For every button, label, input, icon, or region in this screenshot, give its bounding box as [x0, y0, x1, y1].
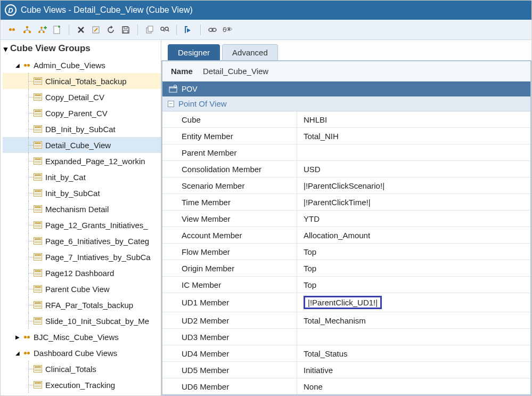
property-row[interactable]: UD1 Member|!ParentClick_UD1!|: [162, 293, 530, 312]
svg-point-3: [40, 27, 43, 29]
cube-view-icon: [34, 221, 42, 229]
property-value[interactable]: Top: [297, 244, 530, 260]
toolbar-btn-close[interactable]: [75, 23, 87, 36]
property-row[interactable]: UD6 MemberNone: [162, 378, 530, 395]
toolbar-btn-edit[interactable]: [89, 23, 102, 36]
tree-item[interactable]: Copy_Parent_CV: [3, 105, 161, 121]
toolbar-btn-hierarchy[interactable]: [21, 23, 34, 36]
cube-view-icon: [34, 141, 42, 149]
tree-item[interactable]: Copy_Detail_CV: [3, 89, 161, 105]
property-row[interactable]: Scenario Member|!ParentClickScenario!|: [162, 177, 530, 194]
property-value[interactable]: Total_Mechanism: [297, 312, 530, 328]
tree-item[interactable]: Page_12_Grants_Initiatives_: [3, 217, 161, 233]
property-label: UD4 Member: [162, 345, 297, 361]
right-panel: Designer Advanced Name Detail_Cube_View …: [161, 40, 531, 395]
tree-item[interactable]: Page_6_Initiatives_by_Categ: [3, 233, 161, 249]
toolbar-btn-new-doc[interactable]: [51, 23, 63, 36]
tab-advanced[interactable]: Advanced: [222, 44, 278, 60]
tree-item[interactable]: Init_by_SubCat: [3, 185, 161, 201]
pov-section-header[interactable]: − Point Of View: [162, 96, 530, 111]
tree-item[interactable]: Detail_Cube_View: [3, 137, 161, 153]
toolbar-btn-run[interactable]: [182, 23, 195, 36]
toolbar-btn-save[interactable]: [119, 23, 132, 36]
property-row[interactable]: Consolidation MemberUSD: [162, 161, 530, 177]
property-row[interactable]: Account MemberAllocation_Amount: [162, 227, 530, 244]
tree-item[interactable]: Clinical_Totals: [3, 361, 161, 377]
tab-designer[interactable]: Designer: [168, 44, 220, 60]
toolbar-btn-link[interactable]: [206, 23, 219, 36]
toolbar-btn-refresh[interactable]: [104, 23, 117, 36]
property-row[interactable]: UD2 MemberTotal_Mechanism: [162, 312, 530, 329]
svg-point-2: [29, 30, 31, 33]
tree-group[interactable]: ◢Dashboard Cube Views: [3, 345, 161, 361]
collapse-icon[interactable]: ◢: [14, 350, 21, 356]
property-label: Time Member: [162, 194, 297, 210]
toolbar-btn-add-hierarchy[interactable]: [36, 23, 48, 36]
property-row[interactable]: UD5 MemberInitiative: [162, 362, 530, 378]
tree-item[interactable]: Page12 Dashboard: [3, 265, 161, 281]
collapse-icon[interactable]: −: [168, 101, 174, 107]
pov-section-label: Point Of View: [178, 99, 227, 108]
property-label: Scenario Member: [162, 177, 297, 193]
svg-point-4: [38, 31, 40, 33]
property-row[interactable]: Entity MemberTotal_NIH: [162, 128, 530, 144]
property-row[interactable]: UD3 Member: [162, 329, 530, 345]
property-value[interactable]: None: [297, 378, 530, 394]
property-value[interactable]: [297, 144, 530, 160]
tree-item[interactable]: Init_by_Cat: [3, 169, 161, 185]
tree-item-label: Mechanism Detail: [45, 205, 109, 214]
property-value[interactable]: |!ParentClickTime!|: [297, 194, 530, 210]
svg-rect-11: [148, 26, 153, 31]
toolbar-btn-preview[interactable]: 6👁: [221, 23, 234, 36]
tree-item[interactable]: Slide_10_Init_Subcat_by_Me: [3, 313, 161, 329]
tree-item[interactable]: DB_Init_by_SubCat: [3, 121, 161, 137]
tree-item-label: Clinical_Totals: [45, 365, 96, 374]
property-label: UD6 Member: [162, 378, 297, 394]
name-row: Name Detail_Cube_View: [162, 61, 530, 82]
tree-item[interactable]: Page_7_Intiatives_by_SubCa: [3, 249, 161, 265]
tree-item[interactable]: Expanded_Page_12_workin: [3, 153, 161, 169]
toolbar-btn-1[interactable]: [6, 23, 19, 36]
toolbar-btn-find[interactable]: [158, 23, 171, 36]
svg-point-15: [212, 28, 216, 31]
cube-view-icon: [34, 173, 42, 181]
tree-item[interactable]: Clinical_Totals_backup: [3, 73, 161, 89]
property-value[interactable]: Total_Status: [297, 345, 530, 361]
property-value[interactable]: Top: [297, 277, 530, 293]
property-row[interactable]: Origin MemberTop: [162, 260, 530, 277]
collapse-icon[interactable]: ◢: [14, 62, 21, 68]
tree-group[interactable]: ◢Admin_Cube_Views: [3, 57, 161, 73]
tree-item-label: Page12 Dashboard: [45, 269, 114, 278]
property-value[interactable]: [297, 329, 530, 345]
tree-item[interactable]: Mechanism Detail: [3, 201, 161, 217]
tree-item[interactable]: Execution_Tracking: [3, 377, 161, 393]
property-value[interactable]: Total_NIH: [297, 128, 530, 144]
tree-group[interactable]: ▶BJC_Misc_Cube_Views: [3, 329, 161, 345]
property-value[interactable]: |!ParentClick_UD1!|: [297, 293, 530, 312]
toolbar-btn-copy[interactable]: [143, 23, 156, 36]
property-value[interactable]: |!ParentClickScenario!|: [297, 177, 530, 193]
expand-icon[interactable]: ▶: [14, 334, 21, 340]
property-value[interactable]: Allocation_Amount: [297, 227, 530, 243]
property-value[interactable]: YTD: [297, 211, 530, 227]
tree-item[interactable]: Parent Cube View: [3, 281, 161, 297]
name-value[interactable]: Detail_Cube_View: [203, 67, 268, 76]
property-value[interactable]: USD: [297, 161, 530, 177]
property-value[interactable]: NHLBI: [297, 111, 530, 127]
property-value[interactable]: Initiative: [297, 362, 530, 378]
property-row[interactable]: Flow MemberTop: [162, 244, 530, 260]
cube-view-icon: [34, 205, 42, 213]
property-row[interactable]: IC MemberTop: [162, 277, 530, 293]
tree-item[interactable]: RFA_Par_Totals_backup: [3, 297, 161, 313]
pov-header: POV: [162, 82, 530, 96]
pov-icon: [169, 85, 177, 93]
property-row[interactable]: UD4 MemberTotal_Status: [162, 345, 530, 362]
property-row[interactable]: Time Member|!ParentClickTime!|: [162, 194, 530, 211]
toolbar: 6👁: [1, 20, 531, 40]
property-row[interactable]: CubeNHLBI: [162, 111, 530, 128]
tree-item-label: RFA_Par_Totals_backup: [45, 301, 133, 310]
tree-group-label: Admin_Cube_Views: [34, 61, 105, 70]
property-row[interactable]: View MemberYTD: [162, 211, 530, 227]
property-value[interactable]: Top: [297, 260, 530, 276]
property-row[interactable]: Parent Member: [162, 144, 530, 161]
